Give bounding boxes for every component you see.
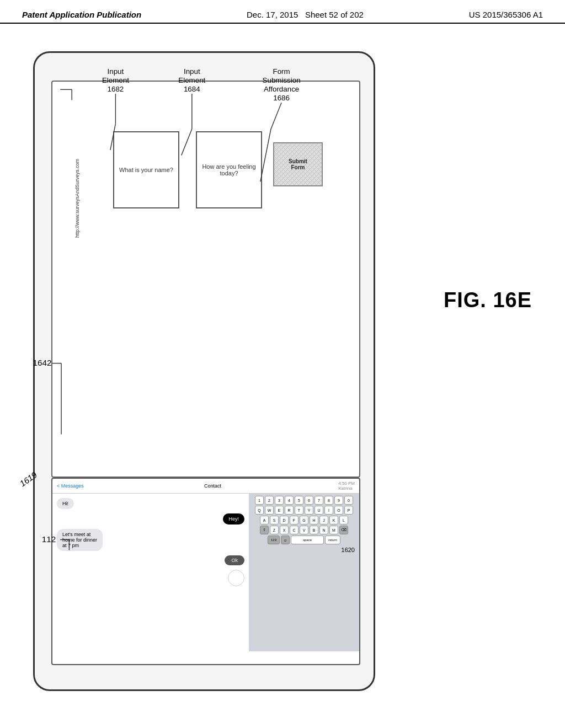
input-element-1682[interactable]: What is your name? [113, 131, 179, 208]
keyboard-row-z: ⇧ Z X C V B N M ⌫ [251, 526, 357, 534]
chat-bubble-ok: Ok [225, 555, 244, 565]
key-z[interactable]: Z [270, 526, 279, 534]
publication-label: Patent Application Publication [22, 10, 141, 19]
key-d[interactable]: D [280, 516, 289, 524]
key-e[interactable]: E [275, 506, 284, 515]
key-5[interactable]: 5 [295, 496, 303, 505]
messages-back-button[interactable]: < Messages [57, 483, 84, 489]
key-b[interactable]: B [310, 526, 318, 534]
keyboard-row-special: 123 ☺ space return [251, 536, 357, 544]
main-content: FIG. 16E 100 http://www.surveysAndSurvey… [0, 24, 565, 719]
key-t[interactable]: T [295, 506, 303, 515]
patent-number: US 2015/365306 A1 [469, 10, 543, 19]
key-g[interactable]: G [300, 516, 308, 524]
key-emoji[interactable]: ☺ [281, 536, 290, 544]
label-1620: 1620 [251, 545, 357, 553]
key-f[interactable]: F [290, 516, 299, 524]
key-x[interactable]: X [280, 526, 289, 534]
date-label: Dec. 17, 2015 [247, 10, 298, 19]
key-u[interactable]: U [315, 506, 323, 515]
key-1[interactable]: 1 [255, 496, 264, 505]
chat-bubble-hi: Hi! [57, 498, 74, 509]
page-header: Patent Application Publication Dec. 17, … [0, 0, 565, 24]
key-s[interactable]: S [270, 516, 279, 524]
tablet-device: http://www.surveysAndSurveys.com What is… [33, 51, 375, 691]
key-m[interactable]: M [329, 526, 338, 534]
key-3[interactable]: 3 [275, 496, 284, 505]
contact-label: Contact [87, 483, 338, 489]
key-6[interactable]: 6 [305, 496, 313, 505]
input-element-1684[interactable]: How are you feeling today? [196, 131, 262, 208]
key-y[interactable]: Y [305, 506, 313, 515]
keyboard: 1 2 3 4 5 6 7 8 9 0 Q W [249, 494, 359, 651]
messages-body: Hi! Hey! Let's meet at home for dinner a… [52, 494, 359, 651]
key-h[interactable]: H [310, 516, 318, 524]
message-input-circle[interactable] [228, 570, 244, 586]
key-return[interactable]: return [325, 536, 340, 544]
key-delete[interactable]: ⌫ [339, 526, 348, 534]
key-0[interactable]: 0 [344, 496, 353, 505]
key-v[interactable]: V [300, 526, 308, 534]
header-center: Dec. 17, 2015 Sheet 52 of 202 [247, 10, 364, 19]
key-a[interactable]: A [260, 516, 269, 524]
form-area: What is your name? How are you feeling t… [69, 98, 345, 291]
key-c[interactable]: C [290, 526, 299, 534]
messages-time: 4:50 PM Katrina [338, 481, 355, 491]
messages-app: < Messages Contact 4:50 PM Katrina Hi! H… [51, 478, 360, 665]
key-8[interactable]: 8 [324, 496, 333, 505]
sheet-label: Sheet 52 of 202 [305, 10, 364, 19]
chat-area: Hi! Hey! Let's meet at home for dinner a… [52, 494, 249, 651]
key-o[interactable]: O [334, 506, 343, 515]
key-k[interactable]: K [329, 516, 338, 524]
key-7[interactable]: 7 [315, 496, 323, 505]
keyboard-row-a: A S D F G H J K L [251, 516, 357, 524]
submit-form-button[interactable]: Submit Form [273, 142, 323, 186]
keyboard-number-row: 1 2 3 4 5 6 7 8 9 0 [251, 496, 357, 505]
key-n[interactable]: N [319, 526, 328, 534]
key-i[interactable]: I [324, 506, 333, 515]
key-r[interactable]: R [285, 506, 294, 515]
figure-label: FIG. 16E [444, 288, 532, 312]
keyboard-row-q: Q W E R T Y U I O P [251, 506, 357, 515]
key-shift[interactable]: ⇧ [260, 526, 269, 534]
chat-bubble-hey: Hey! [223, 513, 244, 524]
key-j[interactable]: J [319, 516, 328, 524]
key-num[interactable]: 123 [268, 536, 280, 544]
key-9[interactable]: 9 [334, 496, 343, 505]
key-space[interactable]: space [291, 536, 324, 544]
key-l[interactable]: L [339, 516, 348, 524]
key-4[interactable]: 4 [285, 496, 294, 505]
messages-header: < Messages Contact 4:50 PM Katrina [52, 479, 359, 494]
browser-area: http://www.surveysAndSurveys.com What is… [51, 81, 360, 478]
key-w[interactable]: W [265, 506, 274, 515]
key-p[interactable]: P [344, 506, 353, 515]
chat-bubble-meet: Let's meet at home for dinner at 7 pm [57, 529, 103, 551]
key-q[interactable]: Q [255, 506, 264, 515]
key-2[interactable]: 2 [265, 496, 274, 505]
